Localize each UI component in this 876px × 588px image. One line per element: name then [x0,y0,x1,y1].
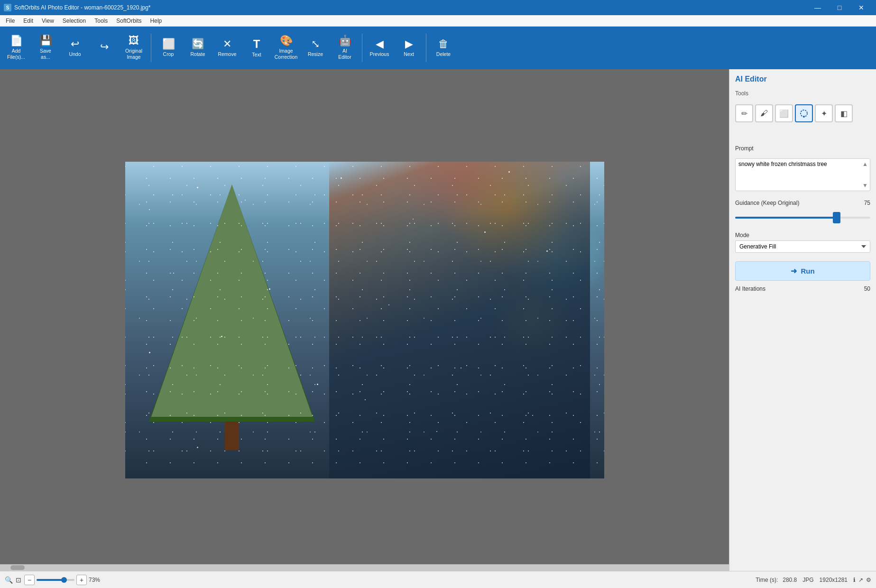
slider-fill [735,217,837,219]
previous-button[interactable]: ◀ Previous [365,29,394,67]
prompt-scroll-up[interactable]: ▲ [862,161,868,167]
remove-button[interactable]: ✕ Remove [213,29,241,67]
crop-button[interactable]: ⬜ Crop [154,29,183,67]
title-bar: S SoftOrbits AI Photo Editor - woman-600… [0,0,876,15]
original-image-icon: 🖼 [129,36,139,46]
tool-pencil[interactable]: ✏ [735,104,753,122]
menu-edit[interactable]: Edit [19,17,37,25]
image-correction-icon: 🎨 [280,36,293,46]
resize-icon: ⤡ [311,39,320,49]
ai-iterations-row: AI Iterations 50 [735,285,870,292]
run-button[interactable]: ➜ Run [735,261,870,281]
original-image-label: OriginalImage [125,48,142,60]
search-icon[interactable]: 🔍 [5,576,13,584]
svg-point-0 [801,110,807,117]
tree-container [149,184,315,450]
undo-icon: ↩ [71,39,79,49]
ai-editor-button[interactable]: 🤖 AIEditor [331,29,359,67]
remove-label: Remove [218,51,236,57]
zoom-thumb[interactable] [61,577,67,583]
zoom-value: 73% [89,577,106,583]
window-controls: — □ ✕ [807,0,872,15]
fit-icon[interactable]: ⊡ [16,576,21,584]
tree-snow [151,184,313,417]
guidance-value: 75 [864,200,870,206]
tool-brush[interactable]: 🖌 [755,104,773,122]
delete-button[interactable]: 🗑 Delete [429,29,458,67]
share-icon[interactable]: ↗ [858,577,863,583]
menu-view[interactable]: View [38,17,58,25]
maximize-button[interactable]: □ [829,0,850,15]
text-button[interactable]: T Text [242,29,271,67]
mode-label: Mode [735,232,870,239]
toolbar-sep-1 [151,34,151,62]
rotate-icon: 🔄 [192,39,204,49]
menu-softorbits[interactable]: SoftOrbits [112,17,145,25]
tree-body [149,184,315,422]
format-label: JPG [802,577,813,583]
zoom-in-button[interactable]: + [76,575,87,585]
slider-thumb[interactable] [833,212,840,223]
tool-gradient[interactable]: ◧ [835,104,853,122]
tool-lasso[interactable] [795,104,813,122]
tool-rect-select[interactable]: ⬜ [775,104,793,122]
canvas-area[interactable] [0,69,729,571]
minimize-button[interactable]: — [807,0,829,15]
close-button[interactable]: ✕ [850,0,872,15]
main-area: AI Editor Tools ✏ 🖌 ⬜ ✦ ◧ Prompt ▲ ▼ Gui… [0,69,876,571]
menu-help[interactable]: Help [147,17,166,25]
zoom-slider[interactable] [37,579,74,581]
text-label: Text [252,52,261,58]
toolbar-sep-2 [362,34,362,62]
redo-button[interactable]: ↪ [90,29,119,67]
zoom-controls: − + 73% [24,575,106,585]
save-button[interactable]: 💾 Saveas... [31,29,60,67]
prompt-textarea[interactable] [736,159,870,189]
status-left: 🔍 ⊡ − + 73% [5,575,106,585]
canvas-image [125,162,604,478]
mode-select[interactable]: Generative Fill Inpainting Outpainting [735,240,870,253]
ai-editor-label: AIEditor [338,48,351,60]
next-button[interactable]: ▶ Next [395,29,423,67]
dimensions-label: 1920x1281 [820,577,848,583]
original-image-button[interactable]: 🖼 OriginalImage [120,29,148,67]
time-value: 280.8 [783,577,797,583]
prompt-label: Prompt [735,145,870,152]
status-icons: ℹ ↗ ⚙ [853,577,871,583]
previous-icon: ◀ [376,39,384,49]
remove-icon: ✕ [223,39,231,49]
panel-title: AI Editor [735,75,870,83]
resize-button[interactable]: ⤡ Resize [301,29,330,67]
save-icon: 💾 [39,36,52,46]
tools-row: ✏ 🖌 ⬜ ✦ ◧ [735,104,870,122]
ai-iterations-label: AI Iterations [735,285,765,292]
image-correction-label: ImageCorrection [275,48,297,60]
image-correction-button[interactable]: 🎨 ImageCorrection [272,29,300,67]
add-file-button[interactable]: 📄 AddFile(s)... [2,29,30,67]
rotate-button[interactable]: 🔄 Rotate [184,29,212,67]
toolbar-sep-3 [426,34,426,62]
ai-editor-panel: AI Editor Tools ✏ 🖌 ⬜ ✦ ◧ Prompt ▲ ▼ Gui… [729,69,876,571]
undo-button[interactable]: ↩ Undo [61,29,89,67]
undo-label: Undo [69,51,81,57]
menu-file[interactable]: File [2,17,18,25]
prompt-scroll-down[interactable]: ▼ [862,182,868,189]
menu-selection[interactable]: Selection [59,17,90,25]
next-label: Next [404,51,414,57]
info-icon[interactable]: ℹ [853,577,856,583]
redo-icon: ↪ [100,42,109,52]
next-icon: ▶ [405,39,413,49]
crop-icon: ⬜ [162,39,175,49]
window-title: SoftOrbits AI Photo Editor - woman-60022… [14,4,151,11]
rotate-label: Rotate [191,51,205,57]
add-file-icon: 📄 [10,36,23,46]
ai-iterations-value: 50 [864,285,870,292]
guidance-slider[interactable] [735,213,870,222]
tool-star[interactable]: ✦ [815,104,833,122]
settings-icon[interactable]: ⚙ [866,577,871,583]
h-scrollbar[interactable] [0,564,729,571]
guidance-label: Guidance (Keep Original) [735,200,799,206]
zoom-out-button[interactable]: − [24,575,35,585]
menu-tools[interactable]: Tools [91,17,111,25]
status-right: Time (s): 280.8 JPG 1920x1281 ℹ ↗ ⚙ [756,577,871,583]
